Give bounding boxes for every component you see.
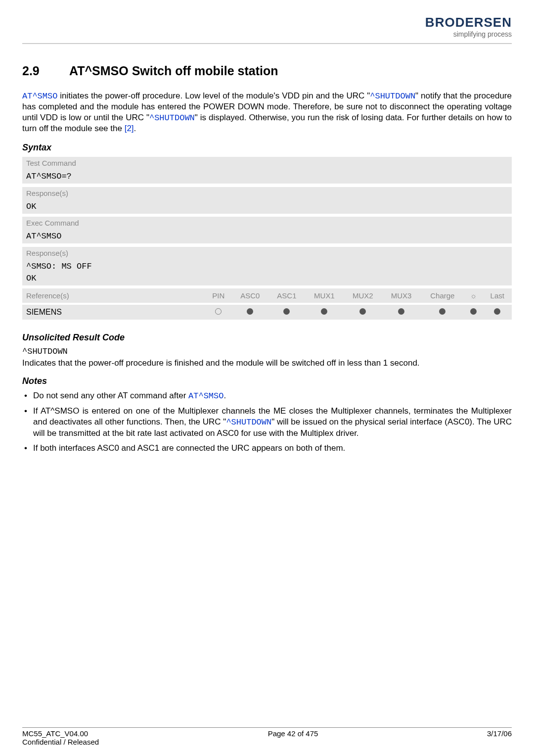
doc-date: 3/17/06 [487, 729, 512, 746]
notes-list: Do not send any other AT command after A… [22, 390, 512, 454]
test-command-code: AT^SMSO=? [22, 169, 512, 184]
cell-mux2 [344, 305, 382, 320]
dot-filled-icon [398, 308, 404, 315]
table-row: SIEMENS [22, 305, 512, 320]
col-pin: PIN [205, 288, 232, 303]
section-heading: 2.9AT^SMSO Switch off mobile station [22, 64, 512, 78]
intro-paragraph: AT^SMSO initiates the power-off procedur… [22, 91, 512, 134]
vendor-cell: SIEMENS [22, 305, 205, 320]
page-number: Page 42 of 475 [268, 729, 318, 746]
footer-left: MC55_ATC_V04.00 Confidential / Released [22, 729, 99, 746]
cell-asc1 [268, 305, 305, 320]
exec-command-label: Exec Command [22, 217, 512, 229]
ref-link-2[interactable]: [2] [125, 124, 134, 133]
dot-filled-icon [247, 308, 253, 315]
list-item: Do not send any other AT command after A… [22, 390, 512, 402]
doc-id: MC55_ATC_V04.00 [22, 729, 99, 738]
response-ok-1: OK [22, 199, 512, 214]
dot-open-icon [215, 308, 222, 315]
urc-link-1[interactable]: ^SHUTDOWN [370, 92, 415, 101]
cell-asc0 [232, 305, 268, 320]
col-sun: ☼ [464, 288, 483, 303]
cell-pin [205, 305, 232, 320]
col-last: Last [483, 288, 512, 303]
reference-table: Reference(s) PIN ASC0 ASC1 MUX1 MUX2 MUX… [22, 288, 512, 320]
exec-response-1: ^SMSO: MS OFF [22, 259, 512, 274]
urc-code: ^SHUTDOWN [22, 347, 512, 356]
dot-filled-icon [283, 308, 290, 315]
list-item: If both interfaces ASC0 and ASC1 are con… [22, 443, 512, 454]
brand-text: BRODERSEN [425, 15, 512, 30]
col-mux3: MUX3 [382, 288, 421, 303]
syntax-heading: Syntax [22, 142, 512, 153]
response-label-1: Response(s) [22, 187, 512, 199]
exec-command-code: AT^SMSO [22, 229, 512, 243]
urc-link-2[interactable]: ^SHUTDOWN [149, 113, 195, 123]
dot-filled-icon [494, 308, 500, 315]
dot-filled-icon [439, 308, 445, 315]
urc-description: Indicates that the power-off procedure i… [22, 358, 512, 368]
cell-last [483, 305, 512, 320]
dot-filled-icon [470, 308, 477, 315]
header-divider [22, 43, 512, 44]
response-label-2: Response(s) [22, 247, 512, 259]
dot-filled-icon [321, 308, 327, 315]
syntax-block: Test Command AT^SMSO=? Response(s) OK Ex… [22, 157, 512, 320]
page-footer: MC55_ATC_V04.00 Confidential / Released … [22, 727, 512, 746]
urc-heading: Unsolicited Result Code [22, 332, 512, 343]
notes-heading: Notes [22, 376, 512, 386]
brand-logo: BRODERSEN simplifying process [22, 15, 512, 38]
cmd-link-note1[interactable]: AT^SMSO [188, 391, 223, 401]
col-asc1: ASC1 [268, 288, 305, 303]
cell-mux3 [382, 305, 421, 320]
col-asc0: ASC0 [232, 288, 268, 303]
tagline: simplifying process [22, 30, 512, 38]
cell-mux1 [305, 305, 344, 320]
cell-charge [420, 305, 464, 320]
exec-response-ok: OK [22, 274, 512, 285]
footer-divider [22, 727, 512, 728]
cell-sun [464, 305, 483, 320]
section-number: 2.9 [22, 64, 69, 78]
cmd-link-smso[interactable]: AT^SMSO [22, 92, 57, 101]
col-mux2: MUX2 [344, 288, 382, 303]
sun-icon: ☼ [470, 291, 477, 300]
section-title-text: AT^SMSO Switch off mobile station [69, 64, 278, 78]
col-charge: Charge [420, 288, 464, 303]
ref-header-label: Reference(s) [22, 288, 205, 303]
test-command-label: Test Command [22, 157, 512, 169]
urc-link-note2[interactable]: ^SHUTDOWN [226, 418, 271, 427]
list-item: If AT^SMSO is entered on one of the Mult… [22, 406, 512, 439]
col-mux1: MUX1 [305, 288, 344, 303]
confidentiality: Confidential / Released [22, 738, 99, 746]
dot-filled-icon [359, 308, 366, 315]
